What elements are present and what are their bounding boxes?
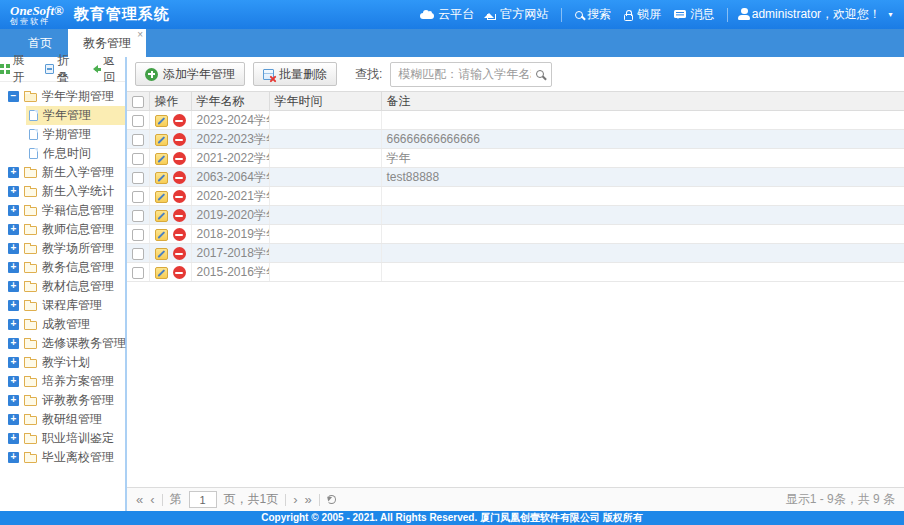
delete-icon[interactable] <box>173 133 186 146</box>
sidebar-item-vocational-training[interactable]: + 职业培训鉴定 <box>0 429 125 448</box>
sidebar-item-adult-edu-mgmt[interactable]: + 成教管理 <box>0 315 125 334</box>
sidebar-item-teaching-place-mgmt[interactable]: + 教学场所管理 <box>0 239 125 258</box>
add-school-year-button[interactable]: 添加学年管理 <box>135 62 245 86</box>
row-checkbox[interactable] <box>132 191 144 203</box>
delete-icon[interactable] <box>173 171 186 184</box>
sidebar-item-daily-schedule[interactable]: 作息时间 <box>26 144 125 163</box>
sidebar-item-training-program-mgmt[interactable]: + 培养方案管理 <box>0 372 125 391</box>
table-row[interactable]: 2023-2024学年 <box>127 111 904 130</box>
expand-icon[interactable]: + <box>8 205 19 216</box>
table-row[interactable]: 2015-2016学年 <box>127 263 904 282</box>
app-logo[interactable]: OneSoft® 创壹软件 <box>10 4 64 26</box>
sidebar-item-freshman-enroll-stats[interactable]: + 新生入学统计 <box>0 182 125 201</box>
expand-icon[interactable]: + <box>8 357 19 368</box>
last-page-button[interactable]: » <box>305 493 312 506</box>
sidebar-item-year-mgmt[interactable]: 学年管理 <box>26 106 125 125</box>
collapse-all-button[interactable]: 折叠 <box>45 52 79 86</box>
search-icon[interactable] <box>536 70 544 78</box>
expand-icon[interactable]: + <box>8 319 19 330</box>
expand-icon[interactable]: + <box>8 433 19 444</box>
edit-icon[interactable] <box>155 172 168 184</box>
batch-delete-button[interactable]: 批量删除 <box>253 62 337 86</box>
delete-icon[interactable] <box>173 266 186 279</box>
menu-item-official-site[interactable]: 官方网站 <box>487 6 548 23</box>
edit-icon[interactable] <box>155 229 168 241</box>
expand-icon[interactable]: + <box>8 338 19 349</box>
close-icon[interactable]: × <box>137 30 143 40</box>
edit-icon[interactable] <box>155 267 168 279</box>
row-checkbox[interactable] <box>132 115 144 127</box>
expand-icon[interactable]: + <box>8 281 19 292</box>
menu-item-cloud[interactable]: 云平台 <box>420 6 474 23</box>
collapse-icon[interactable]: − <box>8 91 19 102</box>
user-menu[interactable]: administrator，欢迎您！ ▼ <box>741 6 894 23</box>
expand-all-button[interactable]: 展开 <box>0 52 34 86</box>
sidebar-item-student-status-mgmt[interactable]: + 学籍信息管理 <box>0 201 125 220</box>
sidebar-item-term-mgmt[interactable]: 学期管理 <box>26 125 125 144</box>
sidebar-item-textbook-info-mgmt[interactable]: + 教材信息管理 <box>0 277 125 296</box>
table-row[interactable]: 2063-2064学年 test88888 <box>127 168 904 187</box>
row-checkbox[interactable] <box>132 153 144 165</box>
first-page-button[interactable]: « <box>136 493 143 506</box>
sidebar-item-year-term-mgmt[interactable]: − 学年学期管理 <box>0 87 125 106</box>
expand-icon[interactable]: + <box>8 452 19 463</box>
edit-icon[interactable] <box>155 134 168 146</box>
edit-icon[interactable] <box>155 191 168 203</box>
search-input[interactable] <box>398 67 531 81</box>
sidebar-item-academic-info-mgmt[interactable]: + 教务信息管理 <box>0 258 125 277</box>
sidebar-tree: − 学年学期管理 学年管理 学期管理 作息时间 + 新生入学管理 <box>0 82 125 467</box>
row-checkbox[interactable] <box>132 134 144 146</box>
table-row[interactable]: 2018-2019学年 <box>127 225 904 244</box>
row-checkbox[interactable] <box>132 210 144 222</box>
expand-icon[interactable]: + <box>8 167 19 178</box>
expand-icon[interactable]: + <box>8 243 19 254</box>
sidebar-item-freshman-enroll-mgmt[interactable]: + 新生入学管理 <box>0 163 125 182</box>
table-row[interactable]: 2021-2022学年 学年 <box>127 149 904 168</box>
delete-icon[interactable] <box>173 190 186 203</box>
edit-icon[interactable] <box>155 153 168 165</box>
expand-icon[interactable]: + <box>8 224 19 235</box>
row-checkbox[interactable] <box>132 248 144 260</box>
page-number-input[interactable] <box>189 491 217 508</box>
delete-icon[interactable] <box>173 228 186 241</box>
sidebar-item-graduation-mgmt[interactable]: + 毕业离校管理 <box>0 448 125 467</box>
edit-icon[interactable] <box>155 248 168 260</box>
menu-item-search[interactable]: 搜索 <box>575 6 611 23</box>
row-checkbox[interactable] <box>132 229 144 241</box>
row-checkbox[interactable] <box>132 267 144 279</box>
sidebar-item-eval-affairs-mgmt[interactable]: + 评教教务管理 <box>0 391 125 410</box>
delete-icon[interactable] <box>173 247 186 260</box>
edit-icon[interactable] <box>155 210 168 222</box>
refresh-icon[interactable] <box>327 495 336 504</box>
expand-icon[interactable]: + <box>8 262 19 273</box>
expand-icon[interactable]: + <box>8 300 19 311</box>
expand-icon[interactable]: + <box>8 395 19 406</box>
table-row[interactable]: 2019-2020学年 <box>127 206 904 225</box>
next-page-button[interactable]: › <box>293 493 297 506</box>
delete-icon[interactable] <box>173 152 186 165</box>
sidebar-item-elective-affairs-mgmt[interactable]: + 选修课教务管理 <box>0 334 125 353</box>
expand-icon[interactable]: + <box>8 414 19 425</box>
delete-icon[interactable] <box>173 114 186 127</box>
sidebar-item-teaching-plan[interactable]: + 教学计划 <box>0 353 125 372</box>
message-icon <box>674 10 686 18</box>
sidebar-item-course-library-mgmt[interactable]: + 课程库管理 <box>0 296 125 315</box>
table-row[interactable]: 2017-2018学年 <box>127 244 904 263</box>
expand-icon[interactable]: + <box>8 376 19 387</box>
sidebar-item-teaching-group-mgmt[interactable]: + 教研组管理 <box>0 410 125 429</box>
table-row[interactable]: 2020-2021学年 <box>127 187 904 206</box>
sidebar-item-teacher-info-mgmt[interactable]: + 教师信息管理 <box>0 220 125 239</box>
row-checkbox[interactable] <box>132 172 144 184</box>
expand-icon[interactable]: + <box>8 186 19 197</box>
tab-academic-affairs[interactable]: 教务管理 × <box>68 29 146 57</box>
select-all-checkbox[interactable] <box>132 96 144 108</box>
folder-icon <box>24 169 37 178</box>
delete-icon[interactable] <box>173 209 186 222</box>
prev-page-button[interactable]: ‹ <box>150 493 154 506</box>
table-row[interactable]: 2022-2023学年 66666666666666 <box>127 130 904 149</box>
back-button[interactable]: 返回 <box>89 52 125 86</box>
edit-icon[interactable] <box>155 115 168 127</box>
menu-item-messages[interactable]: 消息 <box>674 6 714 23</box>
menu-item-label: 搜索 <box>587 6 611 23</box>
menu-item-lock-screen[interactable]: 锁屏 <box>624 6 661 23</box>
